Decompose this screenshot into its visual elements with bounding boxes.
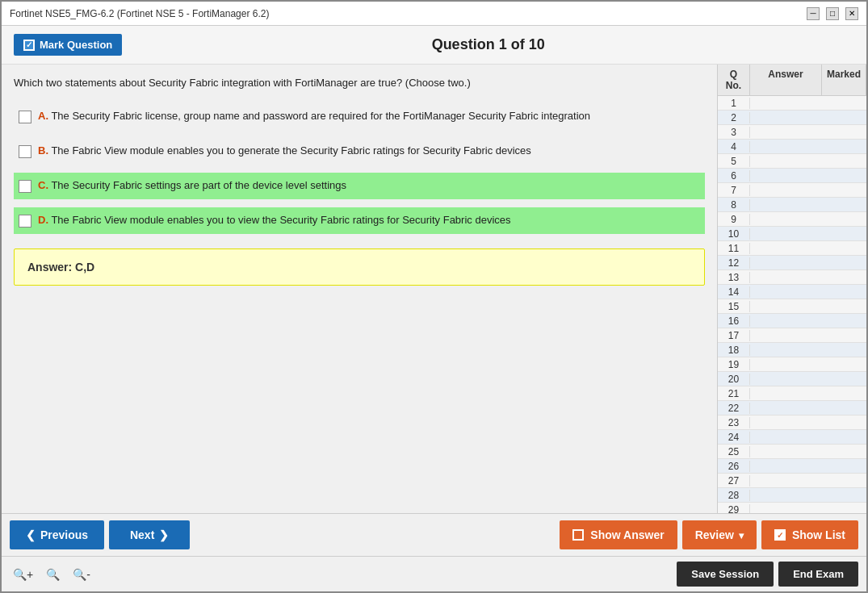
sidebar-row[interactable]: 12: [718, 256, 866, 270]
show-list-button[interactable]: ✓ Show List: [761, 520, 858, 549]
show-list-checkbox-icon: ✓: [774, 529, 786, 541]
answer-box: Answer: C,D: [14, 248, 705, 286]
sidebar-row-qno: 6: [718, 170, 750, 182]
sidebar-row[interactable]: 21: [718, 386, 866, 401]
sidebar-marked-header: Marked: [822, 65, 866, 95]
save-session-label: Save Session: [691, 568, 759, 580]
previous-button[interactable]: Previous: [10, 520, 104, 549]
next-button[interactable]: Next: [109, 520, 190, 549]
sidebar-row-qno: 5: [718, 156, 750, 167]
next-label: Next: [130, 528, 154, 541]
question-panel: Which two statements about Security Fabr…: [2, 65, 717, 513]
sidebar-row[interactable]: 29: [718, 503, 866, 513]
sidebar-row[interactable]: 25: [718, 445, 866, 459]
minimize-button[interactable]: ─: [807, 7, 820, 20]
option-b-label: B.: [38, 144, 48, 157]
sidebar-row[interactable]: 26: [718, 459, 866, 474]
sidebar-row-qno: 20: [718, 374, 750, 385]
close-button[interactable]: ✕: [845, 7, 858, 20]
sidebar-row[interactable]: 3: [718, 125, 866, 140]
option-b-row: B. The Fabric View module enables you to…: [14, 138, 705, 165]
option-a-checkbox[interactable]: [19, 111, 31, 123]
sidebar-row[interactable]: 10: [718, 227, 866, 241]
sidebar-row-qno: 15: [718, 301, 750, 312]
sidebar-row[interactable]: 24: [718, 430, 866, 445]
sidebar-row[interactable]: 13: [718, 270, 866, 285]
sidebar-row-qno: 9: [718, 214, 750, 225]
end-exam-label: End Exam: [793, 568, 844, 580]
sidebar-row-qno: 10: [718, 228, 750, 240]
sidebar-answer-header: Answer: [750, 65, 822, 95]
app-window: Fortinet NSE5_FMG-6.2 (Fortinet NSE 5 - …: [0, 0, 868, 593]
sidebar-row-qno: 8: [718, 199, 750, 211]
sidebar-row[interactable]: 14: [718, 285, 866, 299]
sidebar-row-qno: 17: [718, 330, 750, 341]
save-session-button[interactable]: Save Session: [677, 562, 774, 587]
mark-question-button[interactable]: ✓ Mark Question: [14, 34, 122, 56]
sidebar-row-qno: 24: [718, 432, 750, 443]
sidebar-row[interactable]: 5: [718, 154, 866, 169]
option-d-checkbox[interactable]: [19, 215, 31, 228]
sidebar-row-qno: 1: [718, 98, 750, 109]
sidebar-row-qno: 11: [718, 243, 750, 254]
sidebar-row[interactable]: 19: [718, 357, 866, 372]
sidebar-row[interactable]: 23: [718, 416, 866, 430]
sidebar-row-qno: 28: [718, 490, 750, 501]
sidebar-row[interactable]: 6: [718, 169, 866, 183]
header-bar: ✓ Mark Question Question 1 of 10: [2, 26, 866, 65]
sidebar-qno-header: Q No.: [718, 65, 750, 95]
sidebar-row-qno: 22: [718, 403, 750, 414]
sidebar-row-qno: 21: [718, 388, 750, 399]
sidebar-row-qno: 3: [718, 127, 750, 138]
sidebar-row-qno: 27: [718, 475, 750, 487]
sidebar-row[interactable]: 28: [718, 488, 866, 503]
show-answer-button[interactable]: Show Answer: [560, 520, 677, 549]
sidebar-row-qno: 19: [718, 359, 750, 370]
option-a-label: A.: [38, 110, 48, 122]
sidebar-row[interactable]: 18: [718, 343, 866, 357]
mark-question-label: Mark Question: [40, 39, 112, 51]
window-controls: ─ □ ✕: [807, 7, 858, 20]
sidebar-row-qno: 14: [718, 286, 750, 298]
answer-text: Answer: C,D: [27, 261, 94, 274]
show-answer-checkbox-icon: [572, 529, 584, 541]
option-c-row: C. The Security Fabric settings are part…: [14, 173, 705, 199]
mark-checkbox-icon: ✓: [23, 40, 35, 51]
sidebar-row[interactable]: 9: [718, 212, 866, 227]
sidebar-row[interactable]: 16: [718, 314, 866, 328]
option-b-checkbox[interactable]: [19, 145, 31, 158]
sidebar-row[interactable]: 15: [718, 299, 866, 314]
end-exam-button[interactable]: End Exam: [778, 562, 858, 587]
title-bar: Fortinet NSE5_FMG-6.2 (Fortinet NSE 5 - …: [2, 2, 866, 26]
sidebar-row[interactable]: 8: [718, 198, 866, 212]
zoom-in-button[interactable]: 🔍+: [10, 566, 36, 583]
sidebar-row[interactable]: 22: [718, 401, 866, 416]
maximize-button[interactable]: □: [826, 7, 839, 20]
sidebar-row[interactable]: 7: [718, 183, 866, 198]
question-title: Question 1 of 10: [122, 36, 854, 53]
review-button[interactable]: Review: [682, 520, 757, 549]
option-c-checkbox[interactable]: [19, 180, 31, 193]
option-d-label: D.: [38, 214, 48, 226]
zoom-bar-right: Save Session End Exam: [100, 562, 858, 587]
sidebar-row[interactable]: 4: [718, 140, 866, 154]
sidebar-row-qno: 25: [718, 446, 750, 457]
sidebar-row-qno: 16: [718, 315, 750, 327]
sidebar-row-qno: 18: [718, 345, 750, 356]
footer-nav-bar: Previous Next Show Answer Review ✓ Show …: [2, 513, 866, 556]
sidebar-row[interactable]: 2: [718, 111, 866, 125]
sidebar-row[interactable]: 27: [718, 474, 866, 488]
sidebar-row[interactable]: 20: [718, 372, 866, 386]
review-dropdown-icon: [739, 528, 744, 541]
sidebar-header: Q No. Answer Marked: [718, 65, 866, 96]
option-b-text: B. The Fabric View module enables you to…: [38, 144, 700, 157]
sidebar-row-qno: 29: [718, 504, 750, 514]
zoom-reset-button[interactable]: 🔍: [43, 566, 63, 583]
sidebar-row[interactable]: 17: [718, 328, 866, 343]
sidebar-row[interactable]: 1: [718, 96, 866, 111]
option-a-row: A. The Security Fabric license, group na…: [14, 103, 705, 130]
sidebar-row[interactable]: 11: [718, 241, 866, 256]
zoom-out-button[interactable]: 🔍-: [69, 566, 94, 583]
previous-label: Previous: [40, 528, 88, 541]
sidebar-row-qno: 26: [718, 461, 750, 472]
